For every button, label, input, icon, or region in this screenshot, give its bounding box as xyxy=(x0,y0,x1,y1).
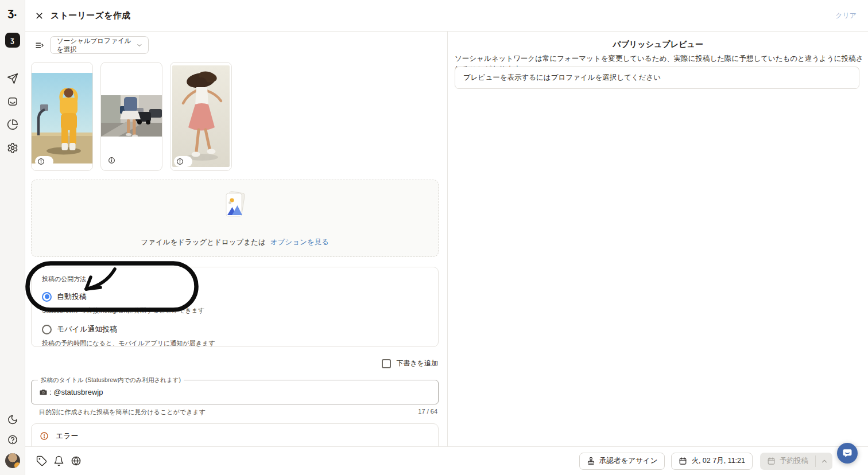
error-panel-label: エラー xyxy=(56,431,79,441)
schedule-options-toggle[interactable] xyxy=(816,453,832,470)
assign-approver-button[interactable]: 承認者をアサイン xyxy=(579,453,665,470)
pie-chart-icon[interactable] xyxy=(7,119,18,130)
chevron-up-icon xyxy=(820,457,828,465)
error-panel[interactable]: エラー xyxy=(31,423,439,446)
post-title-helper: 目的別に作成された投稿を簡単に見分けることができます xyxy=(39,408,206,416)
workspace-icon[interactable]: ʒ xyxy=(5,33,20,48)
media-info-icon[interactable] xyxy=(106,155,124,166)
media-card-yellow-outfit[interactable] xyxy=(31,62,93,171)
publish-method-card: 投稿の公開方法 自動投稿 Statusbrewから直接Instagramに公開す… xyxy=(31,267,439,347)
composer-header: ストーリーズを作成 クリア xyxy=(25,0,868,32)
add-draft-checkbox[interactable] xyxy=(382,359,391,368)
sidebar-expand-icon[interactable] xyxy=(34,40,45,50)
publish-method-label: 投稿の公開方法 xyxy=(42,275,429,283)
calendar-icon xyxy=(767,457,776,465)
stamp-icon xyxy=(587,457,595,465)
post-title-value: : @statusbrewjp xyxy=(49,388,103,396)
social-profile-select-label: ソーシャルプロファイルを選択 xyxy=(57,37,136,54)
radio-mobile-notification[interactable]: モバイル通知投稿 xyxy=(42,324,429,334)
post-title-helper-row: 目的別に作成された投稿を簡単に見分けることができます 17 / 64 xyxy=(31,408,439,416)
clear-button[interactable]: クリア xyxy=(835,11,857,21)
bell-icon[interactable] xyxy=(51,453,67,469)
media-card-pink-skirt[interactable] xyxy=(170,62,232,171)
radio-auto-post[interactable]: 自動投稿 xyxy=(42,291,429,302)
profile-selector-row: ソーシャルプロファイルを選択 xyxy=(34,36,149,54)
app-sidebar: ʒ. ʒ xyxy=(0,0,25,475)
photo-pink-skirt xyxy=(172,65,230,167)
add-draft-label: 下書きを追加 xyxy=(396,359,438,368)
preview-title: パブリッシュプレビュー xyxy=(448,40,868,50)
user-avatar[interactable] xyxy=(5,453,20,468)
avatar-badge xyxy=(14,462,20,468)
chat-launcher-button[interactable] xyxy=(837,443,858,464)
image-stack-icon xyxy=(219,189,250,221)
inbox-icon[interactable] xyxy=(7,96,18,107)
media-info-icon[interactable] xyxy=(35,156,53,167)
help-circle-icon[interactable] xyxy=(7,434,18,445)
add-draft-row[interactable]: 下書きを追加 xyxy=(382,359,438,368)
preview-empty-state: プレビューを表示するにはプロファイルを選択してください xyxy=(455,67,859,89)
globe-icon[interactable] xyxy=(68,453,84,469)
settings-gear-icon[interactable] xyxy=(7,142,18,154)
auto-post-description: Statusbrewから直接Instagramに公開することができます xyxy=(42,306,429,315)
schedule-datetime-button[interactable]: 火, 02 7月, 11:21 xyxy=(671,453,753,470)
radio-unselected-icon[interactable] xyxy=(42,325,52,334)
camera-emoji xyxy=(39,388,48,396)
social-profile-select[interactable]: ソーシャルプロファイルを選択 xyxy=(50,36,149,54)
schedule-post-button[interactable]: 予約投稿 xyxy=(760,453,815,470)
page-title: ストーリーズを作成 xyxy=(51,10,130,21)
file-dropzone[interactable]: ファイルをドラッグとドロップまたはオプションを見る xyxy=(31,180,439,257)
composer-footer: 承認者をアサイン 火, 02 7月, 11:21 予約投稿 xyxy=(25,446,868,475)
publish-preview-panel: パブリッシュプレビュー ソーシャルネットワークは常にフォーマットを変更しているた… xyxy=(448,32,868,446)
moon-icon[interactable] xyxy=(7,414,18,425)
content-area: ソーシャルプロファイルを選択 xyxy=(25,32,868,446)
statusbrew-logo: ʒ. xyxy=(7,6,17,19)
dropzone-text: ファイルをドラッグとドロップまたは xyxy=(141,238,265,246)
post-title-field: 投稿のタイトル (Statusbrew内でのみ利用されます) : @status… xyxy=(31,380,439,404)
close-icon[interactable] xyxy=(31,7,47,24)
media-info-icon[interactable] xyxy=(174,156,192,167)
post-title-counter: 17 / 64 xyxy=(418,408,437,416)
composer-column: ソーシャルプロファイルを選択 xyxy=(25,32,448,446)
radio-selected-icon[interactable] xyxy=(42,292,52,302)
photo-street-style xyxy=(101,95,162,137)
photo-yellow-outfit xyxy=(32,73,92,163)
alert-circle-icon xyxy=(40,431,49,441)
calendar-icon xyxy=(679,457,687,465)
mobile-notification-description: 投稿の予約時間になると、モバイルアプリに通知が届きます xyxy=(42,339,429,348)
tag-icon[interactable] xyxy=(33,453,49,469)
dropzone-options-link[interactable]: オプションを見る xyxy=(270,238,329,246)
schedule-post-button-group: 予約投稿 xyxy=(760,453,832,470)
post-title-label: 投稿のタイトル (Statusbrew内でのみ利用されます) xyxy=(38,376,184,384)
media-card-street-style[interactable] xyxy=(100,62,162,171)
chat-bubble-icon xyxy=(842,447,853,459)
preview-empty-message: プレビューを表示するにはプロファイルを選択してください xyxy=(463,73,661,83)
paper-plane-icon[interactable] xyxy=(7,73,18,84)
media-attachments-row xyxy=(31,62,232,171)
chevron-down-icon xyxy=(136,41,143,49)
